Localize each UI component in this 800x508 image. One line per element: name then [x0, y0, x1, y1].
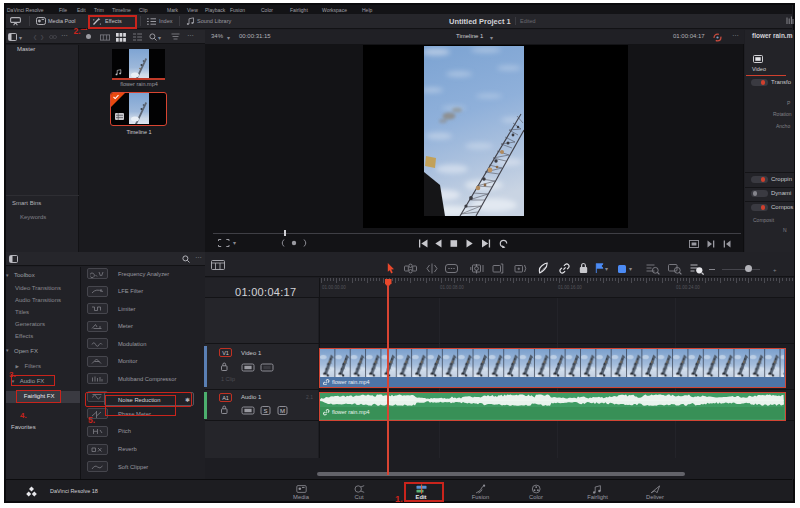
svg-text:S: S [264, 407, 268, 413]
svg-text:M: M [280, 407, 285, 413]
